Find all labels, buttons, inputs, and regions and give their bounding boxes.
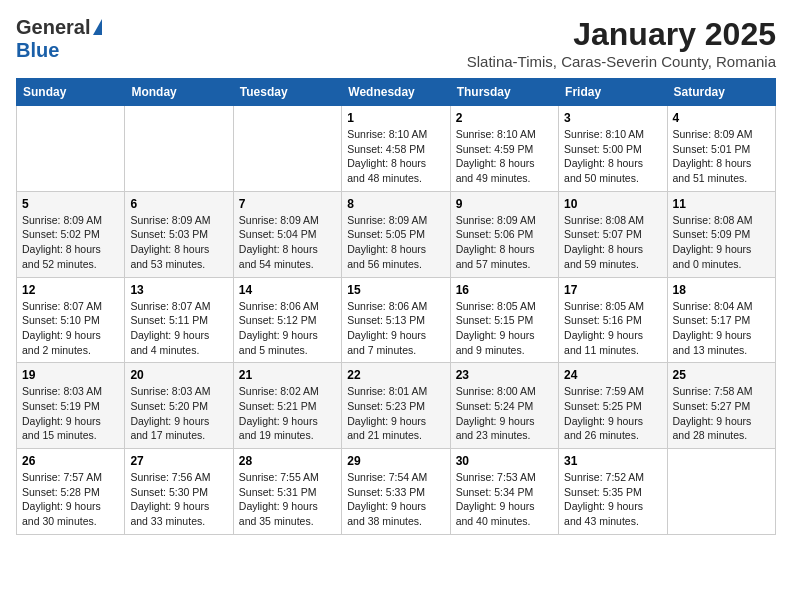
calendar-cell: 21Sunrise: 8:02 AM Sunset: 5:21 PM Dayli…: [233, 363, 341, 449]
page-header: General Blue January 2025 Slatina-Timis,…: [16, 16, 776, 70]
calendar-week-row: 12Sunrise: 8:07 AM Sunset: 5:10 PM Dayli…: [17, 277, 776, 363]
day-info: Sunrise: 7:54 AM Sunset: 5:33 PM Dayligh…: [347, 470, 444, 529]
day-number: 5: [22, 197, 119, 211]
calendar-cell: 11Sunrise: 8:08 AM Sunset: 5:09 PM Dayli…: [667, 191, 775, 277]
day-number: 31: [564, 454, 661, 468]
day-number: 10: [564, 197, 661, 211]
logo-blue: Blue: [16, 39, 59, 61]
day-info: Sunrise: 8:10 AM Sunset: 5:00 PM Dayligh…: [564, 127, 661, 186]
day-number: 17: [564, 283, 661, 297]
day-info: Sunrise: 8:07 AM Sunset: 5:11 PM Dayligh…: [130, 299, 227, 358]
day-number: 18: [673, 283, 770, 297]
day-number: 30: [456, 454, 553, 468]
location-subtitle: Slatina-Timis, Caras-Severin County, Rom…: [467, 53, 776, 70]
weekday-header-saturday: Saturday: [667, 79, 775, 106]
calendar-cell: 20Sunrise: 8:03 AM Sunset: 5:20 PM Dayli…: [125, 363, 233, 449]
calendar-cell: 15Sunrise: 8:06 AM Sunset: 5:13 PM Dayli…: [342, 277, 450, 363]
day-number: 19: [22, 368, 119, 382]
day-number: 24: [564, 368, 661, 382]
day-number: 1: [347, 111, 444, 125]
calendar-cell: 25Sunrise: 7:58 AM Sunset: 5:27 PM Dayli…: [667, 363, 775, 449]
calendar-cell: 12Sunrise: 8:07 AM Sunset: 5:10 PM Dayli…: [17, 277, 125, 363]
calendar-week-row: 26Sunrise: 7:57 AM Sunset: 5:28 PM Dayli…: [17, 449, 776, 535]
logo-general: General: [16, 16, 90, 39]
day-info: Sunrise: 8:00 AM Sunset: 5:24 PM Dayligh…: [456, 384, 553, 443]
day-number: 4: [673, 111, 770, 125]
day-info: Sunrise: 7:58 AM Sunset: 5:27 PM Dayligh…: [673, 384, 770, 443]
calendar-cell: 23Sunrise: 8:00 AM Sunset: 5:24 PM Dayli…: [450, 363, 558, 449]
calendar-cell: 3Sunrise: 8:10 AM Sunset: 5:00 PM Daylig…: [559, 106, 667, 192]
weekday-header-tuesday: Tuesday: [233, 79, 341, 106]
day-info: Sunrise: 8:10 AM Sunset: 4:59 PM Dayligh…: [456, 127, 553, 186]
day-info: Sunrise: 8:09 AM Sunset: 5:01 PM Dayligh…: [673, 127, 770, 186]
calendar-cell: 9Sunrise: 8:09 AM Sunset: 5:06 PM Daylig…: [450, 191, 558, 277]
day-number: 26: [22, 454, 119, 468]
day-number: 8: [347, 197, 444, 211]
day-info: Sunrise: 8:09 AM Sunset: 5:04 PM Dayligh…: [239, 213, 336, 272]
day-info: Sunrise: 8:05 AM Sunset: 5:16 PM Dayligh…: [564, 299, 661, 358]
day-number: 16: [456, 283, 553, 297]
day-info: Sunrise: 7:57 AM Sunset: 5:28 PM Dayligh…: [22, 470, 119, 529]
day-number: 21: [239, 368, 336, 382]
calendar-header-row: SundayMondayTuesdayWednesdayThursdayFrid…: [17, 79, 776, 106]
day-info: Sunrise: 7:59 AM Sunset: 5:25 PM Dayligh…: [564, 384, 661, 443]
day-info: Sunrise: 8:01 AM Sunset: 5:23 PM Dayligh…: [347, 384, 444, 443]
calendar-cell: 24Sunrise: 7:59 AM Sunset: 5:25 PM Dayli…: [559, 363, 667, 449]
calendar-cell: [233, 106, 341, 192]
day-info: Sunrise: 8:04 AM Sunset: 5:17 PM Dayligh…: [673, 299, 770, 358]
day-number: 15: [347, 283, 444, 297]
calendar-cell: 22Sunrise: 8:01 AM Sunset: 5:23 PM Dayli…: [342, 363, 450, 449]
day-number: 29: [347, 454, 444, 468]
calendar-cell: 17Sunrise: 8:05 AM Sunset: 5:16 PM Dayli…: [559, 277, 667, 363]
calendar-cell: 18Sunrise: 8:04 AM Sunset: 5:17 PM Dayli…: [667, 277, 775, 363]
day-info: Sunrise: 8:08 AM Sunset: 5:09 PM Dayligh…: [673, 213, 770, 272]
day-info: Sunrise: 8:09 AM Sunset: 5:06 PM Dayligh…: [456, 213, 553, 272]
calendar-week-row: 5Sunrise: 8:09 AM Sunset: 5:02 PM Daylig…: [17, 191, 776, 277]
day-number: 20: [130, 368, 227, 382]
weekday-header-thursday: Thursday: [450, 79, 558, 106]
day-info: Sunrise: 7:56 AM Sunset: 5:30 PM Dayligh…: [130, 470, 227, 529]
day-number: 6: [130, 197, 227, 211]
calendar-cell: 30Sunrise: 7:53 AM Sunset: 5:34 PM Dayli…: [450, 449, 558, 535]
day-info: Sunrise: 8:06 AM Sunset: 5:13 PM Dayligh…: [347, 299, 444, 358]
logo-triangle-icon: [93, 19, 102, 35]
day-number: 27: [130, 454, 227, 468]
calendar-table: SundayMondayTuesdayWednesdayThursdayFrid…: [16, 78, 776, 535]
day-info: Sunrise: 8:09 AM Sunset: 5:02 PM Dayligh…: [22, 213, 119, 272]
calendar-cell: 16Sunrise: 8:05 AM Sunset: 5:15 PM Dayli…: [450, 277, 558, 363]
calendar-cell: 5Sunrise: 8:09 AM Sunset: 5:02 PM Daylig…: [17, 191, 125, 277]
day-number: 28: [239, 454, 336, 468]
day-info: Sunrise: 8:03 AM Sunset: 5:20 PM Dayligh…: [130, 384, 227, 443]
day-info: Sunrise: 8:10 AM Sunset: 4:58 PM Dayligh…: [347, 127, 444, 186]
logo: General Blue: [16, 16, 102, 62]
day-number: 14: [239, 283, 336, 297]
calendar-cell: 8Sunrise: 8:09 AM Sunset: 5:05 PM Daylig…: [342, 191, 450, 277]
day-info: Sunrise: 7:52 AM Sunset: 5:35 PM Dayligh…: [564, 470, 661, 529]
weekday-header-friday: Friday: [559, 79, 667, 106]
calendar-week-row: 19Sunrise: 8:03 AM Sunset: 5:19 PM Dayli…: [17, 363, 776, 449]
calendar-cell: 4Sunrise: 8:09 AM Sunset: 5:01 PM Daylig…: [667, 106, 775, 192]
day-info: Sunrise: 8:08 AM Sunset: 5:07 PM Dayligh…: [564, 213, 661, 272]
calendar-cell: 2Sunrise: 8:10 AM Sunset: 4:59 PM Daylig…: [450, 106, 558, 192]
day-number: 9: [456, 197, 553, 211]
weekday-header-sunday: Sunday: [17, 79, 125, 106]
calendar-cell: 31Sunrise: 7:52 AM Sunset: 5:35 PM Dayli…: [559, 449, 667, 535]
day-number: 7: [239, 197, 336, 211]
calendar-cell: 10Sunrise: 8:08 AM Sunset: 5:07 PM Dayli…: [559, 191, 667, 277]
calendar-cell: 26Sunrise: 7:57 AM Sunset: 5:28 PM Dayli…: [17, 449, 125, 535]
day-info: Sunrise: 8:02 AM Sunset: 5:21 PM Dayligh…: [239, 384, 336, 443]
day-info: Sunrise: 8:05 AM Sunset: 5:15 PM Dayligh…: [456, 299, 553, 358]
day-number: 25: [673, 368, 770, 382]
day-number: 23: [456, 368, 553, 382]
day-info: Sunrise: 7:55 AM Sunset: 5:31 PM Dayligh…: [239, 470, 336, 529]
day-number: 12: [22, 283, 119, 297]
day-number: 2: [456, 111, 553, 125]
day-number: 3: [564, 111, 661, 125]
calendar-body: 1Sunrise: 8:10 AM Sunset: 4:58 PM Daylig…: [17, 106, 776, 535]
day-number: 11: [673, 197, 770, 211]
calendar-cell: 13Sunrise: 8:07 AM Sunset: 5:11 PM Dayli…: [125, 277, 233, 363]
day-info: Sunrise: 8:09 AM Sunset: 5:03 PM Dayligh…: [130, 213, 227, 272]
calendar-cell: 29Sunrise: 7:54 AM Sunset: 5:33 PM Dayli…: [342, 449, 450, 535]
weekday-header-monday: Monday: [125, 79, 233, 106]
month-title: January 2025: [467, 16, 776, 53]
